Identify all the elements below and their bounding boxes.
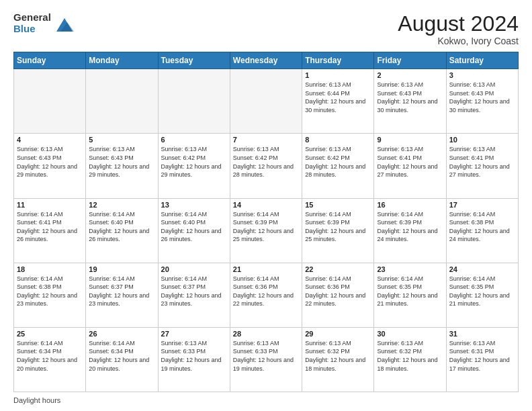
day-info: Sunrise: 6:13 AMSunset: 6:41 PMDaylight:… xyxy=(449,145,515,179)
calendar-cell: 19Sunrise: 6:14 AMSunset: 6:37 PMDayligh… xyxy=(86,263,158,327)
calendar-cell: 10Sunrise: 6:13 AMSunset: 6:41 PMDayligh… xyxy=(446,134,518,198)
day-info: Sunrise: 6:14 AMSunset: 6:38 PMDaylight:… xyxy=(449,210,515,244)
day-info: Sunrise: 6:14 AMSunset: 6:41 PMDaylight:… xyxy=(17,210,83,244)
day-number: 26 xyxy=(89,330,154,338)
day-number: 28 xyxy=(233,330,299,338)
day-info: Sunrise: 6:13 AMSunset: 6:32 PMDaylight:… xyxy=(305,339,371,373)
day-info: Sunrise: 6:14 AMSunset: 6:37 PMDaylight:… xyxy=(89,275,154,308)
calendar-cell: 8Sunrise: 6:13 AMSunset: 6:42 PMDaylight… xyxy=(302,134,374,198)
calendar-cell: 15Sunrise: 6:14 AMSunset: 6:39 PMDayligh… xyxy=(302,198,374,263)
day-number: 5 xyxy=(89,136,154,144)
day-number: 6 xyxy=(161,136,227,144)
main-title: August 2024 xyxy=(398,12,519,36)
calendar-cell: 28Sunrise: 6:13 AMSunset: 6:33 PMDayligh… xyxy=(230,327,302,392)
day-info: Sunrise: 6:13 AMSunset: 6:43 PMDaylight:… xyxy=(17,145,83,179)
day-number: 29 xyxy=(305,330,371,338)
day-number: 16 xyxy=(377,201,443,209)
calendar-cell: 1Sunrise: 6:13 AMSunset: 6:44 PMDaylight… xyxy=(302,69,374,134)
day-info: Sunrise: 6:13 AMSunset: 6:32 PMDaylight:… xyxy=(377,339,443,373)
day-number: 12 xyxy=(89,201,154,209)
day-number: 9 xyxy=(377,136,443,144)
day-info: Sunrise: 6:13 AMSunset: 6:33 PMDaylight:… xyxy=(161,339,227,373)
day-number: 21 xyxy=(233,265,299,273)
day-number: 3 xyxy=(449,71,515,79)
day-number: 18 xyxy=(17,265,83,273)
calendar-body: 1Sunrise: 6:13 AMSunset: 6:44 PMDaylight… xyxy=(14,69,519,392)
calendar-cell: 18Sunrise: 6:14 AMSunset: 6:38 PMDayligh… xyxy=(14,263,86,327)
weekday-header-sunday: Sunday xyxy=(14,52,86,69)
logo-icon xyxy=(54,13,75,34)
day-info: Sunrise: 6:14 AMSunset: 6:37 PMDaylight:… xyxy=(161,275,227,308)
calendar-cell: 31Sunrise: 6:13 AMSunset: 6:31 PMDayligh… xyxy=(446,327,518,392)
calendar-header: SundayMondayTuesdayWednesdayThursdayFrid… xyxy=(14,52,519,69)
day-info: Sunrise: 6:14 AMSunset: 6:39 PMDaylight:… xyxy=(233,210,299,244)
subtitle: Kokwo, Ivory Coast xyxy=(398,36,519,46)
calendar-cell: 16Sunrise: 6:14 AMSunset: 6:39 PMDayligh… xyxy=(374,198,446,263)
calendar-cell: 30Sunrise: 6:13 AMSunset: 6:32 PMDayligh… xyxy=(374,327,446,392)
day-info: Sunrise: 6:13 AMSunset: 6:31 PMDaylight:… xyxy=(449,339,515,373)
calendar-week-2: 4Sunrise: 6:13 AMSunset: 6:43 PMDaylight… xyxy=(14,134,519,198)
day-info: Sunrise: 6:13 AMSunset: 6:42 PMDaylight:… xyxy=(161,145,227,179)
logo-blue: Blue xyxy=(13,24,51,35)
calendar-week-4: 18Sunrise: 6:14 AMSunset: 6:38 PMDayligh… xyxy=(14,263,519,327)
day-number: 10 xyxy=(449,136,515,144)
weekday-header-thursday: Thursday xyxy=(302,52,374,69)
weekday-row: SundayMondayTuesdayWednesdayThursdayFrid… xyxy=(14,52,519,69)
calendar-cell: 7Sunrise: 6:13 AMSunset: 6:42 PMDaylight… xyxy=(230,134,302,198)
day-number: 30 xyxy=(377,330,443,338)
calendar-cell xyxy=(158,69,230,134)
day-number: 14 xyxy=(233,201,299,209)
day-number: 17 xyxy=(449,201,515,209)
day-number: 25 xyxy=(17,330,83,338)
calendar-cell: 13Sunrise: 6:14 AMSunset: 6:40 PMDayligh… xyxy=(158,198,230,263)
day-info: Sunrise: 6:13 AMSunset: 6:43 PMDaylight:… xyxy=(449,81,515,114)
weekday-header-saturday: Saturday xyxy=(446,52,518,69)
day-info: Sunrise: 6:13 AMSunset: 6:42 PMDaylight:… xyxy=(305,145,371,179)
day-info: Sunrise: 6:13 AMSunset: 6:43 PMDaylight:… xyxy=(89,145,154,179)
calendar-week-1: 1Sunrise: 6:13 AMSunset: 6:44 PMDaylight… xyxy=(14,69,519,134)
day-info: Sunrise: 6:13 AMSunset: 6:33 PMDaylight:… xyxy=(233,339,299,373)
calendar-cell: 27Sunrise: 6:13 AMSunset: 6:33 PMDayligh… xyxy=(158,327,230,392)
day-info: Sunrise: 6:14 AMSunset: 6:35 PMDaylight:… xyxy=(449,275,515,308)
day-number: 20 xyxy=(161,265,227,273)
logo: General Blue xyxy=(13,12,75,34)
day-info: Sunrise: 6:13 AMSunset: 6:44 PMDaylight:… xyxy=(305,81,371,114)
calendar-cell: 3Sunrise: 6:13 AMSunset: 6:43 PMDaylight… xyxy=(446,69,518,134)
day-info: Sunrise: 6:14 AMSunset: 6:39 PMDaylight:… xyxy=(377,210,443,244)
day-info: Sunrise: 6:14 AMSunset: 6:35 PMDaylight:… xyxy=(377,275,443,308)
day-number: 31 xyxy=(449,330,515,338)
day-number: 7 xyxy=(233,136,299,144)
calendar-cell: 20Sunrise: 6:14 AMSunset: 6:37 PMDayligh… xyxy=(158,263,230,327)
day-number: 19 xyxy=(89,265,154,273)
calendar-cell: 23Sunrise: 6:14 AMSunset: 6:35 PMDayligh… xyxy=(374,263,446,327)
day-info: Sunrise: 6:14 AMSunset: 6:34 PMDaylight:… xyxy=(89,339,154,373)
day-number: 23 xyxy=(377,265,443,273)
day-info: Sunrise: 6:14 AMSunset: 6:34 PMDaylight:… xyxy=(17,339,83,373)
calendar-week-3: 11Sunrise: 6:14 AMSunset: 6:41 PMDayligh… xyxy=(14,198,519,263)
day-number: 24 xyxy=(449,265,515,273)
day-number: 1 xyxy=(305,71,371,79)
day-number: 8 xyxy=(305,136,371,144)
day-number: 27 xyxy=(161,330,227,338)
weekday-header-tuesday: Tuesday xyxy=(158,52,230,69)
calendar-cell: 25Sunrise: 6:14 AMSunset: 6:34 PMDayligh… xyxy=(14,327,86,392)
calendar-cell: 22Sunrise: 6:14 AMSunset: 6:36 PMDayligh… xyxy=(302,263,374,327)
calendar-cell: 6Sunrise: 6:13 AMSunset: 6:42 PMDaylight… xyxy=(158,134,230,198)
calendar-cell: 26Sunrise: 6:14 AMSunset: 6:34 PMDayligh… xyxy=(86,327,158,392)
calendar-cell xyxy=(14,69,86,134)
calendar-cell: 4Sunrise: 6:13 AMSunset: 6:43 PMDaylight… xyxy=(14,134,86,198)
day-info: Sunrise: 6:14 AMSunset: 6:40 PMDaylight:… xyxy=(161,210,227,244)
calendar-cell: 29Sunrise: 6:13 AMSunset: 6:32 PMDayligh… xyxy=(302,327,374,392)
title-block: August 2024 Kokwo, Ivory Coast xyxy=(398,12,519,46)
weekday-header-wednesday: Wednesday xyxy=(230,52,302,69)
calendar-cell: 21Sunrise: 6:14 AMSunset: 6:36 PMDayligh… xyxy=(230,263,302,327)
day-info: Sunrise: 6:13 AMSunset: 6:43 PMDaylight:… xyxy=(377,81,443,114)
footer: Daylight hours xyxy=(13,396,519,404)
logo-text: General Blue xyxy=(13,12,51,34)
day-number: 13 xyxy=(161,201,227,209)
weekday-header-monday: Monday xyxy=(86,52,158,69)
calendar-week-5: 25Sunrise: 6:14 AMSunset: 6:34 PMDayligh… xyxy=(14,327,519,392)
calendar-cell: 24Sunrise: 6:14 AMSunset: 6:35 PMDayligh… xyxy=(446,263,518,327)
weekday-header-friday: Friday xyxy=(374,52,446,69)
header: General Blue August 2024 Kokwo, Ivory Co… xyxy=(13,12,519,46)
